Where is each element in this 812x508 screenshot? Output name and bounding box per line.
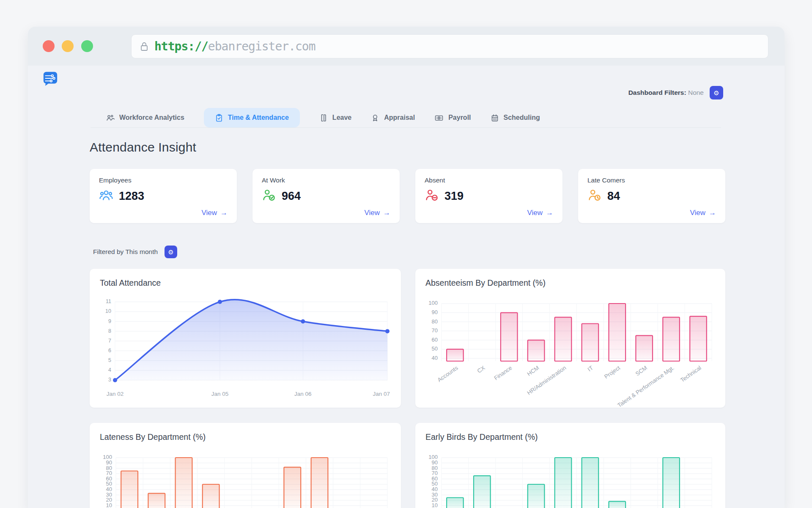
filtered-by-label: Filtered by This month bbox=[93, 248, 158, 256]
svg-text:Accounts: Accounts bbox=[436, 364, 459, 383]
svg-text:CX: CX bbox=[476, 364, 486, 374]
svg-text:Technical: Technical bbox=[679, 364, 702, 384]
person-check-icon bbox=[262, 188, 276, 204]
stat-card-late-comers: Late Comers 84 View→ bbox=[578, 169, 725, 223]
lateness-card: Lateness By Department (%) 1020304050607… bbox=[90, 423, 401, 508]
tab-payroll[interactable]: Payroll bbox=[434, 108, 471, 127]
clipboard-check-icon bbox=[215, 113, 223, 122]
arrow-right-icon: → bbox=[383, 209, 390, 217]
stat-label: Employees bbox=[99, 177, 228, 184]
early-birds-chart: 102030405060708090100 bbox=[425, 447, 715, 508]
door-exit-icon bbox=[319, 113, 328, 122]
chart-title: Early Birds By Department (%) bbox=[425, 432, 538, 442]
lateness-chart: 102030405060708090100 bbox=[100, 447, 391, 508]
address-bar[interactable]: https://ebanregister.com bbox=[131, 34, 768, 58]
tab-label: Scheduling bbox=[504, 114, 540, 121]
stat-label: Absent bbox=[425, 177, 553, 184]
people-group-icon bbox=[106, 113, 115, 122]
dashboard-filters-row: Dashboard Filters: None ⚙ bbox=[628, 86, 723, 99]
absenteeism-card: Absenteeism By Department (%) 4050607080… bbox=[415, 269, 725, 408]
lock-icon bbox=[140, 41, 148, 52]
svg-text:90: 90 bbox=[432, 309, 438, 315]
svg-text:80: 80 bbox=[432, 318, 438, 325]
url-text: https://ebanregister.com bbox=[154, 39, 315, 53]
svg-text:70: 70 bbox=[432, 327, 438, 334]
svg-text:100: 100 bbox=[428, 454, 438, 460]
view-employees-link[interactable]: View→ bbox=[201, 209, 228, 217]
tab-time-attendance[interactable]: Time & Attendance bbox=[204, 108, 300, 127]
people-trio-icon bbox=[99, 188, 113, 204]
app-logo-icon[interactable] bbox=[42, 71, 58, 87]
close-window-button[interactable] bbox=[43, 40, 55, 52]
svg-text:60: 60 bbox=[432, 337, 438, 343]
person-clock-icon bbox=[587, 188, 602, 204]
filtered-by-row: Filtered by This month ⚙ bbox=[93, 245, 177, 259]
view-at-work-link[interactable]: View→ bbox=[364, 209, 390, 217]
svg-text:Jan 06: Jan 06 bbox=[294, 391, 312, 397]
svg-text:4: 4 bbox=[108, 367, 111, 373]
svg-text:8: 8 bbox=[108, 328, 111, 334]
award-ribbon-icon bbox=[371, 113, 379, 122]
tab-label: Leave bbox=[332, 114, 351, 121]
arrow-right-icon: → bbox=[546, 209, 553, 217]
stat-card-at-work: At Work 964 View→ bbox=[252, 169, 400, 223]
early-birds-card: Early Birds By Department (%) 1020304050… bbox=[415, 423, 725, 508]
stat-value: 84 bbox=[607, 190, 620, 203]
view-absent-link[interactable]: View→ bbox=[527, 209, 553, 217]
svg-text:100: 100 bbox=[103, 454, 112, 460]
stat-value: 319 bbox=[444, 190, 464, 203]
absenteeism-chart: 405060708090100AccountsCXFinanceHCMHR/Ad… bbox=[425, 293, 715, 414]
browser-window: https://ebanregister.com Dashboard Filte… bbox=[28, 27, 785, 508]
svg-text:HCM: HCM bbox=[526, 364, 540, 377]
browser-chrome: https://ebanregister.com bbox=[28, 27, 785, 66]
gear-icon: ⚙ bbox=[168, 249, 173, 255]
page-title: Attendance Insight bbox=[90, 140, 196, 155]
svg-text:6: 6 bbox=[108, 348, 111, 353]
svg-text:100: 100 bbox=[428, 300, 438, 306]
tab-appraisal[interactable]: Appraisal bbox=[371, 108, 415, 127]
maximize-window-button[interactable] bbox=[81, 40, 93, 52]
stat-value: 1283 bbox=[119, 190, 144, 203]
svg-text:40: 40 bbox=[432, 355, 438, 361]
banknote-icon bbox=[434, 113, 444, 122]
dashboard-filters-value: None bbox=[688, 89, 704, 96]
chart-title: Lateness By Department (%) bbox=[100, 432, 206, 442]
svg-text:7: 7 bbox=[108, 338, 111, 344]
view-label: View bbox=[201, 209, 217, 217]
page-content: Dashboard Filters: None ⚙ Workforce Anal… bbox=[28, 66, 785, 508]
svg-text:10: 10 bbox=[105, 308, 111, 314]
stat-card-absent: Absent 319 View→ bbox=[415, 169, 562, 223]
person-minus-icon bbox=[425, 188, 439, 204]
tab-label: Payroll bbox=[448, 114, 471, 121]
tab-label: Time & Attendance bbox=[228, 114, 289, 121]
minimize-window-button[interactable] bbox=[62, 40, 74, 52]
module-tabs: Workforce Analytics Time & Attendance bbox=[91, 108, 721, 128]
arrow-right-icon: → bbox=[709, 209, 716, 217]
total-attendance-chart: 34567891011Jan 02Jan 05Jan 06Jan 07 bbox=[100, 293, 391, 399]
dashboard-filters-gear-button[interactable]: ⚙ bbox=[710, 86, 723, 99]
dashboard-filters-text: Dashboard Filters: None bbox=[628, 89, 704, 97]
arrow-right-icon: → bbox=[220, 209, 228, 217]
gear-icon: ⚙ bbox=[713, 90, 719, 96]
total-attendance-card: Total Attendance 34567891011Jan 02Jan 05… bbox=[90, 269, 401, 408]
svg-text:Jan 05: Jan 05 bbox=[211, 391, 229, 397]
svg-text:Finance: Finance bbox=[493, 364, 513, 381]
tab-workforce-analytics[interactable]: Workforce Analytics bbox=[106, 108, 184, 127]
view-label: View bbox=[364, 209, 380, 217]
view-late-comers-link[interactable]: View→ bbox=[690, 209, 716, 217]
stat-value: 964 bbox=[282, 190, 301, 203]
view-label: View bbox=[690, 209, 705, 217]
stat-card-employees: Employees 1283 View→ bbox=[90, 169, 237, 223]
calendar-icon bbox=[491, 113, 499, 122]
svg-text:11: 11 bbox=[106, 298, 111, 304]
tab-scheduling[interactable]: Scheduling bbox=[491, 108, 540, 127]
tab-label: Workforce Analytics bbox=[119, 114, 184, 121]
dashboard-filters-label: Dashboard Filters: bbox=[628, 89, 686, 96]
filter-gear-button[interactable]: ⚙ bbox=[165, 246, 177, 258]
chart-title: Absenteeism By Department (%) bbox=[425, 278, 546, 288]
tab-leave[interactable]: Leave bbox=[319, 108, 351, 127]
svg-text:3: 3 bbox=[108, 377, 111, 383]
svg-text:50: 50 bbox=[432, 345, 438, 352]
url-scheme: https:// bbox=[154, 39, 208, 53]
svg-text:Project: Project bbox=[603, 364, 621, 380]
